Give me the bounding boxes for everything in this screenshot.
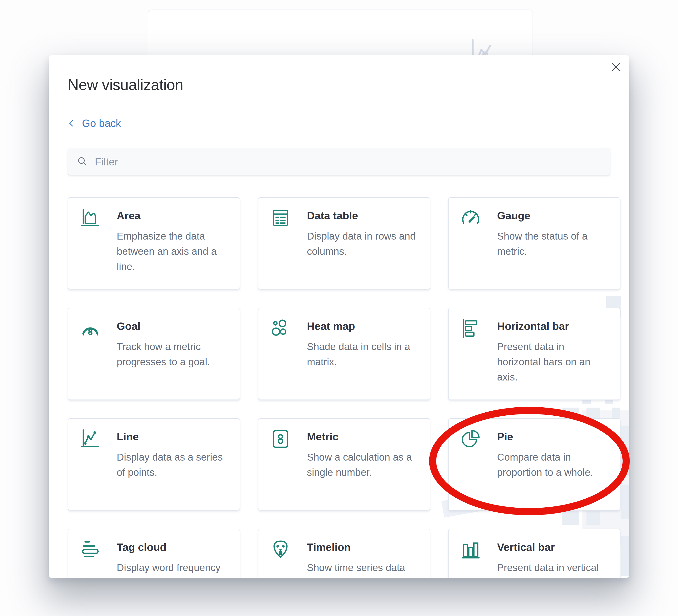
vis-card-tagcloud[interactable]: Tag cloud Display word frequency with fo…	[68, 529, 240, 578]
page-title: New visualization	[68, 76, 183, 93]
watermark-block	[562, 511, 579, 525]
chevron-left-icon	[68, 118, 76, 128]
watermark-block	[621, 426, 629, 476]
table-chart-icon	[270, 208, 291, 228]
goal-chart-icon	[80, 318, 101, 339]
timelion-chart-icon	[270, 539, 291, 560]
hbar-chart-icon	[460, 318, 481, 339]
vbar-chart-icon	[460, 539, 481, 560]
vis-card-line[interactable]: Line Display data as a series of points.	[68, 418, 240, 510]
vis-card-metric[interactable]: Metric Show a calculation as a single nu…	[258, 418, 430, 510]
vis-card-hbar[interactable]: Horizontal bar Present data in horizonta…	[448, 308, 620, 400]
close-icon[interactable]	[610, 61, 622, 73]
gauge-chart-icon	[460, 208, 481, 228]
vis-card-heatmap[interactable]: Heat map Shade data in cells in a matrix…	[258, 308, 430, 400]
watermark-block	[587, 511, 600, 525]
vis-card-area[interactable]: Area Emphasize the data between an axis …	[68, 197, 240, 290]
go-back-label: Go back	[82, 117, 121, 129]
filter-field	[68, 148, 610, 176]
vis-card-timelion[interactable]: Timelion Show time series data on a grap…	[258, 529, 430, 578]
vis-card-goal[interactable]: Goal Track how a metric progresses to a …	[68, 308, 240, 400]
screen: New visualization Go back Area Emphasize…	[0, 0, 678, 616]
vis-card-pie[interactable]: Pie Compare data in proportion to a whol…	[448, 418, 620, 510]
vis-card-table[interactable]: Data table Display data in rows and colu…	[258, 197, 430, 290]
heatmap-chart-icon	[270, 318, 291, 339]
new-visualization-modal: New visualization Go back Area Emphasize…	[49, 55, 629, 578]
go-back-link[interactable]: Go back	[68, 117, 121, 129]
search-icon	[77, 156, 88, 167]
watermark-block	[621, 485, 629, 518]
area-chart-icon	[80, 208, 101, 228]
watermark-block	[621, 536, 629, 576]
line-chart-icon	[80, 429, 101, 449]
vis-card-gauge[interactable]: Gauge Show the status of a metric.	[448, 197, 620, 290]
vis-card-vbar[interactable]: Vertical bar Present data in vertical ba…	[448, 529, 620, 578]
filter-input[interactable]	[95, 148, 595, 176]
metric-chart-icon	[270, 429, 291, 449]
pie-chart-icon	[460, 429, 481, 449]
tagcloud-chart-icon	[80, 539, 101, 560]
